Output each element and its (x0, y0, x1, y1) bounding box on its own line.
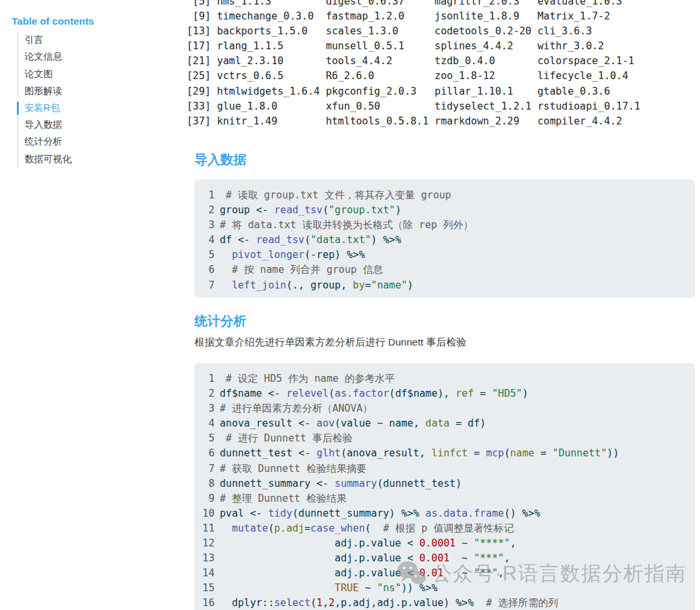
line-number: 5 (194, 431, 220, 446)
code-text: dplyr::select(1,2,p.adj,adj.p.value) %>%… (220, 597, 558, 609)
toc-item-paper-figure[interactable]: 论文图 (18, 65, 174, 82)
code-text: adj.p.value < 0.001 ~ "***", (220, 552, 510, 564)
toc-item-figure-interpretation[interactable]: 图形解读 (18, 83, 174, 100)
toc-item-install-r-packages[interactable]: 安装R包 (18, 100, 174, 117)
code-text: dunnett_test <- glht(anova_result, linfc… (220, 447, 619, 459)
code-line: 1 # 设定 HD5 作为 name 的参考水平 (194, 371, 695, 386)
line-number: 13 (194, 551, 220, 566)
line-number: 4 (194, 233, 220, 248)
line-number: 7 (194, 462, 220, 476)
code-lines: 1 # 读取 group.txt 文件，将其存入变量 group2group <… (194, 180, 695, 296)
line-number: 6 (194, 446, 220, 461)
line-number: 4 (194, 416, 220, 431)
code-text: # 将 data.txt 读取并转换为长格式（除 rep 列外） (220, 219, 473, 231)
code-text: TRUE ~ "ns")) %>% (220, 582, 438, 594)
line-number: 3 (194, 218, 220, 233)
section-heading-import-data: 导入数据 (194, 151, 246, 169)
code-lines: 1 # 设定 HD5 作为 name 的参考水平2df$name <- rele… (194, 363, 695, 610)
code-text: df <- read_tsv("data.txt") %>% (220, 234, 401, 246)
code-text: # 按 name 列合并 group 信息 (220, 264, 383, 276)
code-text: # 进行 Dunnett 事后检验 (220, 432, 353, 444)
toc-list: 引言论文信息论文图图形解读安装R包导入数据统计分析数据可视化 (18, 32, 174, 168)
code-block-import-data: 1 # 读取 group.txt 文件，将其存入变量 group2group <… (194, 180, 695, 298)
toc-item-statistical-analysis[interactable]: 统计分析 (18, 134, 174, 150)
code-line: 6 # 按 name 列合并 group 信息 (194, 263, 695, 277)
code-text: mutate(p.adj=case_when( # 根据 p 值调整显著性标记 (220, 522, 514, 534)
code-line: 7# 获取 Dunnett 检验结果摘要 (194, 462, 695, 476)
code-line: 10pval <- tidy(dunnett_summary) %>% as.d… (194, 506, 695, 521)
line-number: 9 (194, 491, 220, 506)
code-text: left_join(., group, by="name") (220, 279, 414, 291)
code-line: 4df <- read_tsv("data.txt") %>% (194, 233, 695, 248)
code-line: 11 mutate(p.adj=case_when( # 根据 p 值调整显著性… (194, 521, 695, 536)
code-line: 2df$name <- relevel(as.factor(df$name), … (194, 386, 695, 401)
code-line: 4anova_result <- aov(value ~ name, data … (194, 416, 695, 431)
code-line: 5 pivot_longer(-rep) %>% (194, 248, 695, 263)
line-number: 8 (194, 476, 220, 491)
code-line: 3# 进行单因素方差分析（ANOVA） (194, 401, 695, 416)
line-number: 16 (194, 596, 220, 610)
code-text: anova_result <- aov(value ~ name, data =… (220, 417, 486, 429)
code-line: 1 # 读取 group.txt 文件，将其存入变量 group (194, 188, 695, 203)
toc-item-import-data[interactable]: 导入数据 (18, 117, 174, 134)
line-number: 2 (194, 203, 220, 218)
toc-item-paper-info[interactable]: 论文信息 (18, 49, 174, 65)
code-line: 9# 整理 Dunnett 检验结果 (194, 491, 695, 506)
code-line: 3# 将 data.txt 读取并转换为长格式（除 rep 列外） (194, 218, 695, 233)
section-heading-statistical-analysis: 统计分析 (194, 312, 246, 330)
line-number: 11 (194, 521, 220, 536)
toc-item-data-visualization[interactable]: 数据可视化 (18, 150, 174, 167)
line-number: 14 (194, 566, 220, 581)
r-console-output: [5] hms_1.1.3 digest_0.6.37 magrittr_2.0… (187, 0, 640, 129)
code-text: # 设定 HD5 作为 name 的参考水平 (220, 373, 395, 384)
line-number: 2 (194, 386, 220, 401)
code-line: 14 adj.p.value < 0.01 ~ "**", (194, 566, 695, 581)
code-text: pivot_longer(-rep) %>% (220, 249, 365, 261)
code-line: 12 adj.p.value < 0.0001 ~ "****", (194, 536, 695, 551)
code-line: 7 left_join(., group, by="name") (194, 278, 695, 293)
toc-item-intro[interactable]: 引言 (18, 32, 174, 49)
code-text: dunnett_summary <- summary(dunnett_test) (220, 478, 461, 489)
code-text: pval <- tidy(dunnett_summary) %>% as.dat… (220, 508, 541, 519)
code-text: # 获取 Dunnett 检验结果摘要 (220, 463, 367, 475)
code-text: # 进行单因素方差分析（ANOVA） (220, 403, 373, 414)
stats-intro-paragraph: 根据文章介绍先进行单因素方差分析后进行 Dunnett 事后检验 (194, 336, 466, 349)
toc-title: Table of contents (12, 16, 174, 27)
line-number: 1 (194, 371, 220, 386)
line-number: 10 (194, 506, 220, 521)
line-number: 5 (194, 248, 220, 263)
code-text: group <- read_tsv("group.txt") (220, 204, 401, 216)
code-line: 5 # 进行 Dunnett 事后检验 (194, 431, 695, 446)
code-block-statistical-analysis: 1 # 设定 HD5 作为 name 的参考水平2df$name <- rele… (194, 363, 695, 610)
code-line: 15 TRUE ~ "ns")) %>% (194, 581, 695, 596)
code-line: 16 dplyr::select(1,2,p.adj,adj.p.value) … (194, 596, 695, 610)
line-number: 3 (194, 401, 220, 416)
code-text: adj.p.value < 0.0001 ~ "****", (220, 537, 516, 549)
code-line: 6dunnett_test <- glht(anova_result, linf… (194, 446, 695, 461)
line-number: 6 (194, 263, 220, 277)
code-line: 2group <- read_tsv("group.txt") (194, 203, 695, 218)
table-of-contents: Table of contents 引言论文信息论文图图形解读安装R包导入数据统… (12, 16, 174, 168)
code-text: adj.p.value < 0.01 ~ "**", (220, 567, 504, 579)
line-number: 12 (194, 536, 220, 551)
line-number: 7 (194, 278, 220, 293)
code-text: df$name <- relevel(as.factor(df$name), r… (220, 388, 528, 399)
code-text: # 整理 Dunnett 检验结果 (220, 493, 347, 504)
code-text: # 读取 group.txt 文件，将其存入变量 group (220, 189, 451, 201)
code-line: 13 adj.p.value < 0.001 ~ "***", (194, 551, 695, 566)
line-number: 15 (194, 581, 220, 596)
line-number: 1 (194, 188, 220, 203)
code-line: 8dunnett_summary <- summary(dunnett_test… (194, 476, 695, 491)
